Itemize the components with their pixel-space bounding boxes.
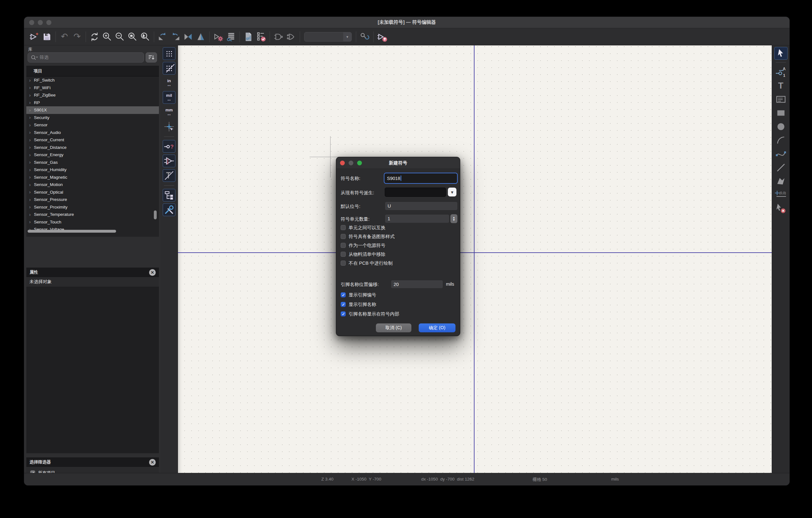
option-show-pin-numbers[interactable]: 显示引脚编号 xyxy=(341,292,376,298)
grid-overrides-icon[interactable] xyxy=(163,62,175,75)
list-item[interactable]: ›Sensor_Touch xyxy=(26,218,159,226)
datasheet-icon[interactable] xyxy=(242,30,255,44)
symbol-properties-icon[interactable] xyxy=(212,30,225,44)
pin-table-icon[interactable] xyxy=(225,30,237,44)
list-item-selected[interactable]: ›S901X xyxy=(26,106,159,114)
checkbox[interactable] xyxy=(341,243,346,248)
units-inches-icon[interactable]: in↔ xyxy=(163,77,175,89)
dialog-minimize-button[interactable] xyxy=(349,161,353,165)
properties-panel-icon[interactable] xyxy=(163,203,175,216)
text-tool-icon[interactable]: T xyxy=(774,79,788,92)
save-icon[interactable] xyxy=(40,30,53,44)
list-item[interactable]: ›RF_ZigBee xyxy=(26,91,159,99)
list-item[interactable]: ›Security xyxy=(26,114,159,121)
textbox-tool-icon[interactable] xyxy=(774,93,788,106)
sort-button[interactable] xyxy=(146,52,157,62)
arc-tool-icon[interactable] xyxy=(774,134,788,147)
unit-count-input[interactable]: 1 xyxy=(385,214,450,223)
mirror-vertical-icon[interactable] xyxy=(195,30,207,44)
symbol-checker-icon[interactable] xyxy=(255,30,267,44)
option-exclude-from-board[interactable]: 不在 PCB 中进行绘制 xyxy=(341,260,393,266)
export-symbol-icon[interactable] xyxy=(376,30,388,44)
minimize-window-button[interactable] xyxy=(38,20,43,25)
polygon-tool-icon[interactable] xyxy=(774,175,788,188)
zoom-out-icon[interactable] xyxy=(114,30,126,44)
line-tool-icon[interactable] xyxy=(774,161,788,174)
pin-electrical-type-icon[interactable]: ? xyxy=(163,140,175,153)
select-arrow-icon[interactable] xyxy=(774,47,788,60)
unit-count-spinner[interactable]: ▲▼ xyxy=(451,214,457,223)
filter-other[interactable]: 其他项目 xyxy=(68,485,93,486)
checkbox[interactable] xyxy=(341,252,346,257)
editor-canvas[interactable] xyxy=(178,46,772,473)
option-pin-names-inside[interactable]: 引脚名称显示在符号内部 xyxy=(341,311,399,317)
rotate-ccw-icon[interactable] xyxy=(156,30,169,44)
checkbox[interactable] xyxy=(341,292,346,297)
list-item[interactable]: ›Sensor_Humidity xyxy=(26,166,159,173)
list-item[interactable]: ›RF_WiFi xyxy=(26,84,159,92)
designator-input[interactable]: U xyxy=(385,201,458,211)
checkbox[interactable] xyxy=(341,234,346,239)
sync-pin-edit-icon[interactable] xyxy=(358,30,371,44)
close-icon[interactable]: ✕ xyxy=(149,459,156,466)
delete-tool-icon[interactable] xyxy=(774,202,788,215)
option-alternate-body-style[interactable]: 符号具有备选图形样式 xyxy=(341,233,395,240)
library-search-input[interactable]: 筛选 xyxy=(28,52,144,62)
units-mils-icon[interactable]: mil↔ xyxy=(163,91,175,104)
vertical-scrollbar[interactable] xyxy=(154,211,157,219)
close-window-button[interactable] xyxy=(29,20,34,25)
pin-offset-input[interactable]: 20 xyxy=(391,280,443,289)
new-symbol-icon[interactable] xyxy=(28,30,40,44)
dialog-close-button[interactable] xyxy=(340,161,345,165)
dialog-maximize-button[interactable] xyxy=(357,161,362,165)
rectangle-tool-icon[interactable] xyxy=(774,107,788,119)
list-item[interactable]: ›Sensor_Proximity xyxy=(26,203,159,211)
undo-icon[interactable]: ↶ xyxy=(58,30,71,44)
list-item[interactable]: ›Sensor_Energy xyxy=(26,151,159,159)
close-icon[interactable]: ✕ xyxy=(149,269,156,276)
list-item[interactable]: ›Sensor_Audio xyxy=(26,129,159,136)
list-item[interactable]: ›Sensor_Optical xyxy=(26,189,159,196)
list-item[interactable]: ›Sensor_Pressure xyxy=(26,196,159,203)
horizontal-scrollbar[interactable] xyxy=(28,230,116,233)
checkbox[interactable] xyxy=(341,311,346,317)
derive-input[interactable] xyxy=(385,188,446,197)
zoom-in-icon[interactable] xyxy=(101,30,114,44)
checkbox[interactable] xyxy=(341,225,346,230)
list-item[interactable]: ›Sensor_Current xyxy=(26,136,159,144)
bezier-tool-icon[interactable] xyxy=(774,147,788,160)
de-morgan-standard-icon[interactable] xyxy=(272,30,285,44)
circle-tool-icon[interactable] xyxy=(774,120,788,133)
option-show-pin-names[interactable]: 显示引脚名称 xyxy=(341,301,376,307)
filter-graphics[interactable]: 图形 xyxy=(30,485,47,486)
option-units-interchangeable[interactable]: 单元之间可以互换 xyxy=(341,224,385,231)
refresh-view-icon[interactable] xyxy=(88,30,101,44)
list-item[interactable]: ›Sensor_Motion xyxy=(26,181,159,189)
mirror-horizontal-icon[interactable] xyxy=(182,30,195,44)
list-item[interactable]: ›Sensor_Distance xyxy=(26,144,159,152)
maximize-window-button[interactable] xyxy=(46,20,51,25)
anchor-origin-icon[interactable]: (0,0) xyxy=(774,189,788,201)
list-item[interactable]: ›Sensor_Magnetic xyxy=(26,173,159,181)
list-item[interactable]: ›Sensor_Gas xyxy=(26,159,159,166)
de-morgan-alternate-icon[interactable] xyxy=(285,30,297,44)
zoom-to-fit-icon[interactable] xyxy=(126,30,139,44)
hidden-text-icon[interactable] xyxy=(163,169,175,182)
derive-dropdown-button[interactable]: ▾ xyxy=(448,188,457,196)
grid-visibility-icon[interactable] xyxy=(163,47,175,60)
list-item[interactable]: ›Sensor_Temperature xyxy=(26,211,159,218)
ok-button[interactable]: 确定 (O) xyxy=(419,323,456,332)
units-mm-icon[interactable]: mm↔ xyxy=(163,106,175,118)
symbol-tree-icon[interactable] xyxy=(163,189,175,201)
list-item[interactable]: ›RP xyxy=(26,99,159,107)
checkbox[interactable] xyxy=(341,302,346,307)
zoom-to-selection-icon[interactable] xyxy=(139,30,152,44)
list-item[interactable]: ›Sensor xyxy=(26,121,159,129)
hidden-pins-icon[interactable] xyxy=(163,155,175,167)
crosshair-cursor-icon[interactable] xyxy=(163,120,175,133)
unit-selector-dropdown[interactable]: ▾ xyxy=(304,32,352,42)
list-item[interactable]: ›RF_Switch xyxy=(26,77,159,84)
option-power-symbol[interactable]: 作为一个电源符号 xyxy=(341,242,385,248)
rotate-cw-icon[interactable] xyxy=(169,30,182,44)
redo-icon[interactable]: ↷ xyxy=(71,30,83,44)
